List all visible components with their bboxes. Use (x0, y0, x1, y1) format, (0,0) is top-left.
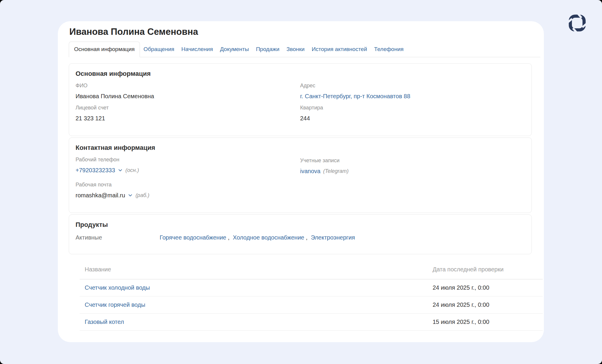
device-last-check-date: 15 июля 2025 г., 0:00 (433, 319, 543, 325)
product-link-electricity[interactable]: Электроэнергия (311, 234, 355, 241)
personal-account-value: 21 323 121 (76, 114, 300, 122)
product-separator: , (304, 234, 311, 241)
tab-accruals[interactable]: Начисления (178, 42, 217, 57)
products-title: Продукты (76, 221, 525, 229)
devices-table: Название Дата последней проверки Счетчик… (80, 266, 543, 331)
page-title: Иванова Полина Семеновна (69, 26, 544, 38)
tab-requests[interactable]: Обращения (140, 42, 178, 57)
contact-info-panel: Контактная информация Рабочий телефон +7… (69, 137, 532, 213)
table-row: Счетчик холодной воды 24 июля 2025 г., 0… (80, 279, 543, 296)
address-label: Адрес (300, 82, 525, 89)
app-logo-icon (568, 13, 586, 33)
fio-label: ФИО (76, 82, 300, 89)
main-info-panel: Основная информация ФИО Иванова Полина С… (69, 63, 532, 136)
column-header-last-check-date: Дата последней проверки (433, 266, 543, 273)
phone-chevron-down-icon[interactable] (118, 168, 123, 173)
device-link-cold-water-meter[interactable]: Счетчик холодной воды (85, 284, 150, 291)
work-phone-link[interactable]: +79203232333 (76, 166, 115, 174)
table-row: Газовый котел 15 июля 2025 г., 0:00 (80, 314, 543, 331)
active-products-label: Активные (76, 234, 160, 241)
app-background: Иванова Полина Семеновна Основная информ… (0, 0, 602, 364)
table-row: Счетчик горячей воды 24 июля 2025 г., 0:… (80, 296, 543, 314)
tab-telephony[interactable]: Телефония (371, 42, 407, 57)
work-phone-label: Рабочий телефон (76, 156, 300, 163)
apartment-value: 244 (300, 114, 525, 122)
device-link-gas-boiler[interactable]: Газовый котел (85, 319, 124, 325)
telegram-account-note: (Telegram) (323, 167, 349, 175)
tab-documents[interactable]: Документы (216, 42, 252, 57)
products-panel: Продукты Активные Горячее водоснабжение … (69, 214, 532, 254)
fio-value: Иванова Полина Семеновна (76, 92, 300, 100)
tab-sales[interactable]: Продажи (252, 42, 283, 57)
contact-info-title: Контактная информация (76, 144, 525, 152)
work-email-note: (раб.) (135, 191, 149, 199)
column-header-name: Название (80, 266, 433, 273)
telegram-account-link[interactable]: ivanova (300, 167, 320, 175)
work-phone-note: (осн.) (125, 166, 139, 174)
product-link-hot-water[interactable]: Горячее водоснабжение (160, 234, 226, 241)
main-info-title: Основная информация (76, 70, 525, 78)
email-chevron-down-icon[interactable] (128, 193, 133, 198)
devices-table-header: Название Дата последней проверки (80, 266, 543, 279)
product-link-cold-water[interactable]: Холодное водоснабжение (233, 234, 304, 241)
personal-account-label: Лицевой счет (76, 104, 300, 111)
tab-calls[interactable]: Звонки (283, 42, 308, 57)
apartment-label: Квартира (300, 104, 525, 111)
address-link[interactable]: г. Санкт-Петербург, пр-т Космонавтов 88 (300, 92, 525, 100)
device-last-check-date: 24 июля 2025 г., 0:00 (433, 284, 543, 291)
active-products-list: Горячее водоснабжение , Холодное водосна… (160, 234, 355, 241)
accounts-label: Учетные записи (300, 157, 525, 164)
work-email-label: Рабочая почта (76, 181, 300, 188)
tab-main-info[interactable]: Основная информация (69, 42, 140, 57)
client-card: Иванова Полина Семеновна Основная информ… (58, 21, 544, 342)
device-link-hot-water-meter[interactable]: Счетчик горячей воды (85, 301, 145, 308)
work-email-value[interactable]: romashka@mail.ru (76, 191, 125, 199)
product-separator: , (226, 234, 233, 241)
tab-activity-history[interactable]: История активностей (308, 42, 371, 57)
tab-bar: Основная информация Обращения Начисления… (69, 42, 540, 57)
device-last-check-date: 24 июля 2025 г., 0:00 (433, 301, 543, 308)
